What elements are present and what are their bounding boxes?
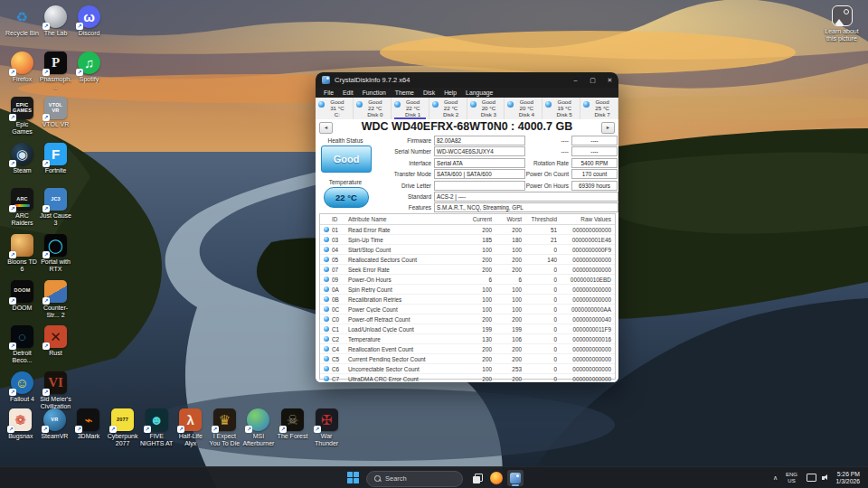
menu-help[interactable]: Help xyxy=(439,89,461,96)
desktop-icon-spotify[interactable]: ♫↗Spotify xyxy=(72,52,106,83)
smart-row-05[interactable]: 05Reallocated Sectors Count2002001400000… xyxy=(320,255,615,265)
disk-tab-disk-2[interactable]: Good22 °CDisk 2 xyxy=(429,98,467,119)
drive-title: WDC WD40EFRX-68WT0N0 : 4000.7 GB xyxy=(334,120,600,133)
field-label: Features xyxy=(375,204,434,211)
desktop-icon-vtol-vr[interactable]: VTOL VR↗VTOL VR xyxy=(39,97,72,128)
menu-disk[interactable]: Disk xyxy=(419,89,439,96)
desktop-icon-just-cause-3[interactable]: JC3↗Just Cause 3 xyxy=(39,188,72,227)
desktop-icon-label: The Forest xyxy=(276,433,310,440)
smart-row-07[interactable]: 07Seek Error Rate2002000000000000000 xyxy=(320,265,615,275)
desktop-icon-rust[interactable]: ✕↗Rust xyxy=(39,325,72,357)
smart-row-04[interactable]: 04Start/Stop Count10010000000000000F9 xyxy=(320,245,615,255)
menu-file[interactable]: File xyxy=(319,89,338,96)
desktop-icon-portal-with-rtx[interactable]: ◯↗Portal with RTX xyxy=(39,234,72,273)
cell-id: C6 xyxy=(332,366,348,372)
smart-row-09[interactable]: 09Power-On Hours660000000010EBD xyxy=(320,275,615,285)
desktop-icon-recycle-bin[interactable]: ♻Recycle Bin xyxy=(5,5,39,37)
search-input[interactable]: Search xyxy=(366,471,463,487)
disk-tab-disk-4[interactable]: Good20 °CDisk 4 xyxy=(505,98,542,119)
menu-language[interactable]: Language xyxy=(461,89,497,96)
maximize-button[interactable]: ▢ xyxy=(584,72,601,88)
cell-threshold: 0 xyxy=(522,366,557,372)
smart-row-03[interactable]: 03Spin-Up Time18518021000000001E46 xyxy=(320,235,615,245)
desktop-icon-bloons-td-6[interactable]: ↗Bloons TD 6 xyxy=(5,234,39,273)
attribute-status-icon xyxy=(324,346,329,352)
start-button[interactable] xyxy=(346,471,360,484)
attribute-status-icon xyxy=(324,376,329,381)
desktop-icon-bugsnax[interactable]: ❁↗Bugsnax xyxy=(4,408,38,448)
smart-row-C6[interactable]: C6Uncorrectable Sector Count100253000000… xyxy=(320,364,615,374)
disk-tab-disk-1[interactable]: Good22 °CDisk 1 xyxy=(392,98,429,119)
steamvr-glyph-icon: VR xyxy=(51,418,58,423)
window-content: ◄ ► WDC WD40EFRX-68WT0N0 : 4000.7 GB Hea… xyxy=(316,119,618,382)
smart-row-01[interactable]: 01Read Error Rate20020051000000000000 xyxy=(320,225,615,235)
desktop-icon-discord[interactable]: ω↗Discord xyxy=(72,5,106,37)
desktop-icon-steam[interactable]: ◉↗Steam xyxy=(5,143,39,174)
cell-id: 07 xyxy=(332,267,348,273)
display-tray-icon[interactable] xyxy=(807,474,816,482)
desktop-icon-i-expect-you-to-die-2[interactable]: ♛↗I Expect You To Die 2 xyxy=(208,408,242,448)
desktop-icon-cyberpunk-2077[interactable]: 2077↗Cyberpunk 2077 xyxy=(106,408,140,448)
learn-about-picture[interactable]: Learn about this picture xyxy=(819,5,864,42)
disk-tab-disk-7[interactable]: Good25 °CDisk 7 xyxy=(580,98,618,119)
menu-edit[interactable]: Edit xyxy=(338,89,358,96)
smart-row-0B[interactable]: 0BRecalibration Retries10010000000000000… xyxy=(320,295,615,305)
cell-id: 04 xyxy=(332,247,348,253)
desktop-icon-the-forest[interactable]: ☠↗The Forest xyxy=(276,408,310,448)
smart-row-C2[interactable]: C2Temperature1301060000000000016 xyxy=(320,334,615,344)
cell-current: 100 xyxy=(458,366,492,372)
smart-row-0C[interactable]: 0CPower Cycle Count10010000000000000AA xyxy=(320,305,615,314)
disk-tab-c[interactable]: Good31 °CC: xyxy=(316,98,354,119)
desktop-icon-msi-afterburner[interactable]: ↗MSI Afterburner xyxy=(241,408,276,448)
menu-function[interactable]: Function xyxy=(358,89,391,96)
smart-row-C5[interactable]: C5Current Pending Sector Count2002000000… xyxy=(320,354,615,364)
desktop-icon-arc-raiders[interactable]: ARC↗ARC Raiders xyxy=(5,188,39,227)
desktop-icon-steamvr[interactable]: VR↗SteamVR xyxy=(38,408,72,448)
crystaldiskinfo-taskbar-button[interactable] xyxy=(507,470,524,486)
desktop-icon-epic-games-launcher[interactable]: EPIC GAMES↗Epic Games Launcher xyxy=(5,97,39,136)
desktop-icon-firefox[interactable]: ↗Firefox xyxy=(5,52,39,83)
clock[interactable]: 5:26 PM 1/3/2026 xyxy=(836,471,860,484)
desktop-icon-war-thunder[interactable]: ✠↗War Thunder xyxy=(309,408,344,448)
desktop-icon-fallout-4[interactable]: ☺↗Fallout 4 xyxy=(5,371,39,403)
desktop-icon-doom[interactable]: DOOM↗DOOM xyxy=(5,280,39,312)
cell-threshold: 0 xyxy=(522,277,557,283)
temperature-button[interactable]: 22 °C xyxy=(324,187,369,208)
cell-attribute-name: Start/Stop Count xyxy=(348,247,458,253)
cell-worst: 100 xyxy=(492,306,522,313)
disk-tab-disk-5[interactable]: Good19 °CDisk 5 xyxy=(542,98,580,119)
health-status-button[interactable]: Good xyxy=(321,145,372,173)
hidden-icons-chevron[interactable]: ∧ xyxy=(773,474,778,482)
desktop-icon-the-lab[interactable]: ↗The Lab xyxy=(39,5,72,37)
desktop-icon-counter-str-2[interactable]: ↗Counter-Str... 2 xyxy=(39,280,72,319)
desktop-icon-sid-meier-s-civilization-vi[interactable]: VI↗Sid Meier's Civilization VI xyxy=(39,371,72,411)
minimize-button[interactable]: – xyxy=(567,72,584,88)
disk-tab-disk-3[interactable]: Good20 °CDisk 3 xyxy=(467,98,505,119)
title-bar[interactable]: CrystalDiskInfo 9.7.2 x64 – ▢ ✕ xyxy=(316,72,618,88)
language-indicator[interactable]: ENGUS xyxy=(786,472,797,483)
field-label: Serial Number xyxy=(375,148,434,155)
desktop-icon-image: ☺↗ xyxy=(11,371,33,394)
smart-row-C1[interactable]: C1Load/Unload Cycle Count199199000000000… xyxy=(320,324,615,334)
close-button[interactable]: ✕ xyxy=(601,72,618,88)
volume-tray-icon[interactable] xyxy=(822,476,825,480)
desktop-icon-detroit-beco[interactable]: ◌↗Detroit Beco... xyxy=(5,325,39,364)
smart-row-0A[interactable]: 0ASpin Retry Count1001000000000000000 xyxy=(320,285,615,295)
smart-row-C4[interactable]: C4Reallocation Event Count20020000000000… xyxy=(320,344,615,354)
previous-disk-button[interactable]: ◄ xyxy=(319,122,333,134)
desktop-icon-half-life-alyx[interactable]: λ↗Half-Life Alyx xyxy=(174,408,208,448)
firefox-taskbar-button[interactable] xyxy=(488,470,505,486)
menu-theme[interactable]: Theme xyxy=(391,89,419,96)
disk-tab-disk-0[interactable]: Good22 °CDisk 0 xyxy=(354,98,392,119)
task-view-button[interactable] xyxy=(469,470,486,486)
smart-row-C7[interactable]: C7UltraDMA CRC Error Count20020000000000… xyxy=(320,374,615,382)
next-disk-button[interactable]: ► xyxy=(601,122,615,134)
desktop-icon-phasmoph[interactable]: P↗Phasmoph... xyxy=(39,52,72,90)
desktop-icon-five-nights-at-freddy[interactable]: ☻↗FIVE NIGHTS AT FREDDY... xyxy=(139,408,174,448)
shortcut-arrow-icon: ↗ xyxy=(42,23,50,30)
epic-games-launcher-glyph-icon: EPIC GAMES xyxy=(13,103,32,113)
desktop-icon-fortnite[interactable]: F↗Fortnite xyxy=(39,143,72,174)
desktop-icon-3dmark[interactable]: ⌁↗3DMark xyxy=(71,408,106,448)
cell-current: 100 xyxy=(458,296,492,303)
smart-row-C0[interactable]: C0Power-off Retract Count200200000000000… xyxy=(320,314,615,324)
